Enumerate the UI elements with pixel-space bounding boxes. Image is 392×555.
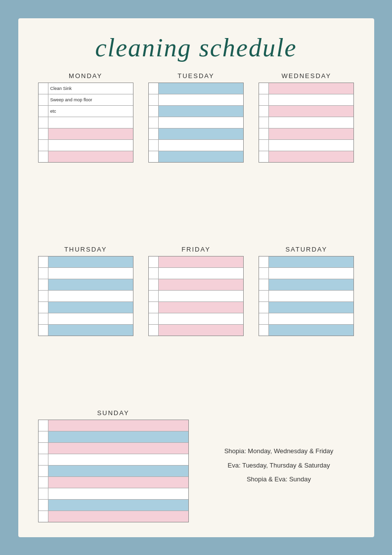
task-text: [269, 256, 353, 267]
task-checkbox[interactable]: [39, 302, 48, 313]
task-checkbox[interactable]: [39, 279, 48, 290]
task-checkbox[interactable]: [149, 291, 159, 301]
task-list: Clean SinkSweep and mop flooretc: [38, 83, 133, 163]
task-checkbox[interactable]: [39, 128, 48, 139]
notes-section: Shopia: Monday, Wednesday & FridayEva: T…: [204, 409, 354, 522]
task-checkbox[interactable]: [259, 117, 269, 128]
task-checkbox[interactable]: [259, 128, 269, 139]
task-row: [259, 117, 353, 128]
task-row: [39, 302, 133, 313]
task-checkbox[interactable]: [149, 94, 159, 105]
task-checkbox[interactable]: [39, 443, 48, 454]
task-checkbox[interactable]: [149, 151, 159, 162]
task-row: [259, 268, 353, 279]
task-text: [269, 128, 353, 139]
task-text: [269, 313, 353, 324]
task-checkbox[interactable]: [149, 325, 159, 336]
task-checkbox[interactable]: [149, 140, 159, 151]
task-row: [259, 279, 353, 291]
task-row: [149, 83, 243, 94]
task-row: [39, 268, 133, 279]
task-checkbox[interactable]: [39, 325, 48, 336]
task-row: [39, 431, 188, 443]
task-checkbox[interactable]: [259, 302, 269, 313]
task-checkbox[interactable]: [149, 268, 159, 279]
task-text: [269, 268, 353, 279]
task-text: [48, 279, 133, 290]
task-text: [159, 94, 243, 105]
task-row: [149, 117, 243, 128]
task-text: [48, 488, 188, 499]
task-checkbox[interactable]: [259, 151, 269, 162]
task-text: [48, 302, 133, 313]
task-row: [39, 291, 133, 302]
task-row: Clean Sink: [39, 83, 133, 94]
task-row: [149, 140, 243, 151]
task-row: [259, 128, 353, 140]
task-text: [269, 151, 353, 162]
task-checkbox[interactable]: [39, 313, 48, 324]
task-checkbox[interactable]: [39, 140, 48, 151]
task-checkbox[interactable]: [39, 151, 48, 162]
task-row: [39, 454, 188, 466]
task-checkbox[interactable]: [149, 279, 159, 290]
task-checkbox[interactable]: [259, 83, 269, 94]
task-text: [269, 83, 353, 94]
day-label: MONDAY: [69, 72, 102, 80]
task-checkbox[interactable]: [39, 268, 48, 279]
task-checkbox[interactable]: [39, 291, 48, 301]
task-checkbox[interactable]: [259, 94, 269, 105]
task-checkbox[interactable]: [39, 420, 48, 431]
task-checkbox[interactable]: [149, 83, 159, 94]
days-grid: MONDAYClean SinkSweep and mop flooretcTU…: [38, 72, 354, 409]
task-text: [269, 302, 353, 313]
task-row: [149, 128, 243, 140]
task-checkbox[interactable]: [149, 106, 159, 117]
task-text: [159, 291, 243, 301]
task-text: [159, 325, 243, 336]
task-checkbox[interactable]: [39, 466, 48, 476]
task-checkbox[interactable]: [259, 325, 269, 336]
task-checkbox[interactable]: [39, 117, 48, 128]
task-text: [48, 256, 133, 267]
task-checkbox[interactable]: [149, 256, 159, 267]
task-checkbox[interactable]: [149, 302, 159, 313]
task-checkbox[interactable]: [149, 313, 159, 324]
task-checkbox[interactable]: [39, 500, 48, 511]
task-checkbox[interactable]: [259, 256, 269, 267]
task-checkbox[interactable]: [259, 279, 269, 290]
task-checkbox[interactable]: [39, 256, 48, 267]
task-checkbox[interactable]: [259, 106, 269, 117]
task-row: [39, 151, 133, 162]
task-text: [48, 431, 188, 442]
task-text: [48, 325, 133, 336]
task-text: [159, 302, 243, 313]
task-checkbox[interactable]: [39, 454, 48, 465]
task-checkbox[interactable]: [39, 106, 48, 117]
task-checkbox[interactable]: [259, 268, 269, 279]
task-text: [269, 279, 353, 290]
task-checkbox[interactable]: [39, 477, 48, 488]
task-text: etc: [48, 106, 133, 117]
task-checkbox[interactable]: [39, 94, 48, 105]
task-checkbox[interactable]: [39, 431, 48, 442]
task-text: [159, 83, 243, 94]
task-row: [149, 291, 243, 302]
task-list: [148, 256, 244, 336]
sunday-label: SUNDAY: [97, 409, 129, 417]
task-checkbox[interactable]: [39, 83, 48, 94]
task-text: [159, 279, 243, 290]
task-row: [259, 151, 353, 162]
task-checkbox[interactable]: [259, 140, 269, 151]
task-text: [159, 106, 243, 117]
task-text: [48, 454, 188, 465]
task-checkbox[interactable]: [259, 313, 269, 324]
task-checkbox[interactable]: [259, 291, 269, 301]
task-row: [149, 106, 243, 117]
task-checkbox[interactable]: [39, 488, 48, 499]
day-section-thursday: THURSDAY: [38, 246, 133, 409]
task-row: [149, 313, 243, 325]
task-checkbox[interactable]: [39, 511, 48, 522]
task-checkbox[interactable]: [149, 117, 159, 128]
task-checkbox[interactable]: [149, 128, 159, 139]
